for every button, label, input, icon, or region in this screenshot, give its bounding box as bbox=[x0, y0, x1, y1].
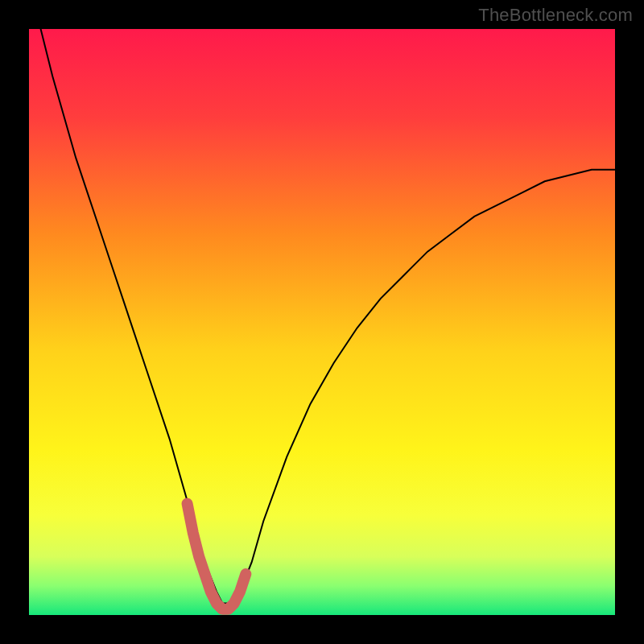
marker-dot bbox=[184, 500, 192, 508]
chart-svg bbox=[29, 29, 615, 615]
marker-group bbox=[184, 500, 192, 508]
gradient-background bbox=[29, 29, 615, 615]
plot-area bbox=[29, 29, 615, 615]
chart-frame: TheBottleneck.com bbox=[0, 0, 644, 644]
watermark-text: TheBottleneck.com bbox=[478, 5, 633, 26]
